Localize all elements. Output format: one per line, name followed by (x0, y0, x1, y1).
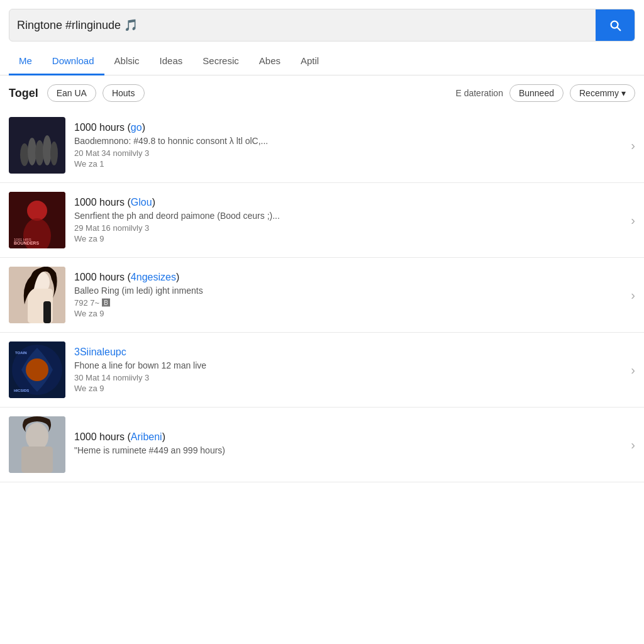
result-content: 1000 hours (Glou) Senrfient the ph and d… (74, 197, 622, 243)
tabs: Me Download Ablsic Ideas Secresic Abes A… (0, 48, 644, 75)
result-desc: Baodιemnono: #49.8 to honnic consont λ l… (74, 136, 622, 146)
result-desc: Fhone a line for bown 12 man live (74, 360, 622, 370)
result-meta: 792 7~ 🅱 (74, 298, 622, 308)
result-thumb: BOUNDERS 1001 HRS (9, 192, 65, 248)
result-title: 1000 hours (Glou) (74, 197, 622, 208)
svg-point-4 (43, 135, 52, 165)
filter-chip-recemmy[interactable]: Recemmy ▾ (570, 84, 635, 102)
tab-aptil[interactable]: Aptil (291, 48, 329, 75)
tab-abes[interactable]: Abes (249, 48, 291, 75)
chevron-right-icon: › (631, 288, 635, 303)
result-content: 1000 hours (go) Baodιemnono: #49.8 to ho… (74, 122, 622, 169)
filter-title: Togel (9, 87, 38, 100)
thumb-art (9, 117, 65, 174)
results-list: 1000 hours (go) Baodιemnono: #49.8 to ho… (0, 108, 644, 482)
svg-point-7 (27, 201, 47, 221)
result-item[interactable]: 1000 hours (Aribeni) "Heme is ruminete #… (0, 408, 644, 482)
result-sub: We za 9 (74, 384, 622, 393)
tab-ideas[interactable]: Ideas (150, 48, 193, 75)
tab-download[interactable]: Download (42, 48, 104, 75)
filter-chip-ean[interactable]: Ean UA (47, 84, 96, 102)
result-item[interactable]: TOAIN HICSIDS 3Siinaleupc Fhone a line f… (0, 333, 644, 408)
search-bar: Ringtone #rlinginude 🎵 (9, 9, 635, 42)
result-desc: Balleo Ring (im ledi) ight inments (74, 286, 622, 296)
svg-text:1001 HRS: 1001 HRS (14, 238, 31, 242)
result-thumb (9, 117, 65, 174)
chevron-right-icon: › (631, 363, 635, 377)
result-sub: We za 9 (74, 309, 622, 318)
filter-edateration: E dateration (455, 88, 503, 98)
search-icon (608, 18, 622, 32)
svg-rect-14 (43, 301, 51, 323)
result-desc: "Heme is ruminete #449 an 999 hours) (74, 445, 622, 455)
result-meta: 20 Mat 34 nomilvly 3 (74, 148, 622, 158)
filter-chip-houts[interactable]: Houts (103, 84, 145, 102)
tab-ablsic[interactable]: Ablsic (104, 48, 150, 75)
chevron-right-icon: › (631, 138, 635, 153)
svg-point-17 (26, 358, 48, 381)
result-sub: We za 9 (74, 234, 622, 243)
result-thumb (9, 416, 65, 473)
tab-me[interactable]: Me (9, 48, 42, 75)
result-title: 1000 hours (4ngesizes) (74, 272, 622, 283)
result-title: 1000 hours (Aribeni) (74, 431, 622, 443)
svg-text:TOAIN: TOAIN (15, 351, 27, 355)
result-title: 1000 hours (go) (74, 122, 622, 133)
result-sub: We za 1 (74, 159, 622, 169)
result-thumb: TOAIN HICSIDS (9, 341, 65, 398)
svg-text:BOUNDERS: BOUNDERS (14, 241, 39, 245)
search-input[interactable]: Ringtone #rlinginude 🎵 (9, 10, 596, 41)
result-item[interactable]: 1000 hours (go) Baodιemnono: #49.8 to ho… (0, 108, 644, 183)
svg-point-2 (28, 138, 36, 165)
svg-text:HICSIDS: HICSIDS (14, 389, 29, 392)
filter-chip-bunneed[interactable]: Bunneed (509, 84, 564, 102)
result-content: 1000 hours (4ngesizes) Balleo Ring (im l… (74, 272, 622, 318)
result-content: 3Siinaleupc Fhone a line for bown 12 man… (74, 347, 622, 393)
filter-bar: Togel Ean UA Houts E dateration Bunneed … (0, 75, 644, 108)
chevron-right-icon: › (631, 438, 635, 452)
tab-secresic[interactable]: Secresic (192, 48, 249, 75)
result-content: 1000 hours (Aribeni) "Heme is ruminete #… (74, 431, 622, 458)
result-thumb (9, 267, 65, 323)
svg-point-5 (50, 142, 58, 165)
svg-point-3 (35, 140, 44, 165)
svg-rect-22 (21, 447, 53, 473)
result-meta: 30 Mat 14 nomiivly 3 (74, 373, 622, 382)
chevron-right-icon: › (631, 213, 635, 228)
result-meta: 29 Mat 16 nomilvly 3 (74, 223, 622, 233)
svg-point-21 (26, 423, 48, 450)
result-item[interactable]: BOUNDERS 1001 HRS 1000 hours (Glou) Senr… (0, 183, 644, 258)
svg-point-1 (20, 143, 29, 166)
search-button[interactable] (596, 9, 635, 41)
result-item[interactable]: 1000 hours (4ngesizes) Balleo Ring (im l… (0, 258, 644, 333)
result-title: 3Siinaleupc (74, 347, 622, 358)
result-desc: Senrfient the ph and deord paimone (Bood… (74, 211, 622, 221)
